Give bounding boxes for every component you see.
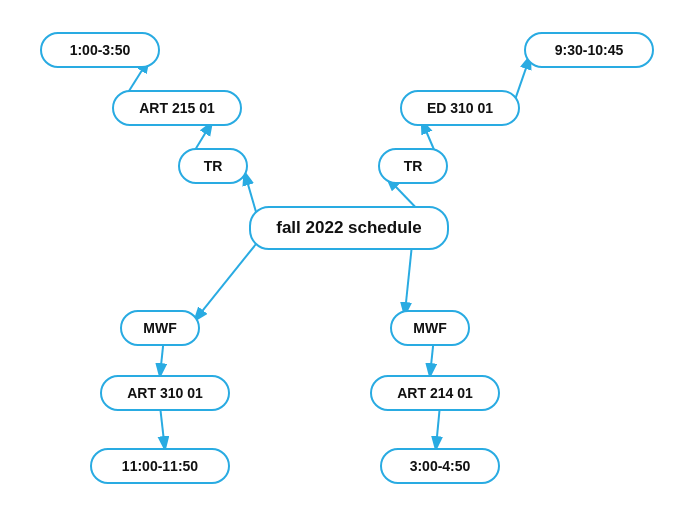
svg-line-10 — [430, 346, 433, 375]
svg-line-8 — [160, 346, 163, 375]
node-mwf_right: MWF — [390, 310, 470, 346]
node-tr_left: TR — [178, 148, 248, 184]
svg-line-6 — [195, 238, 260, 319]
diagram: fall 2022 scheduleTRTRART 215 01ED 310 0… — [0, 0, 696, 520]
arrows-svg — [0, 0, 696, 520]
svg-line-5 — [515, 57, 530, 100]
node-mwf_left: MWF — [120, 310, 200, 346]
node-time_3: 11:00-11:50 — [90, 448, 230, 484]
node-tr_right: TR — [378, 148, 448, 184]
node-time_4: 3:00-4:50 — [380, 448, 500, 484]
svg-line-9 — [161, 411, 165, 448]
svg-line-11 — [436, 411, 440, 448]
node-ed310: ED 310 01 — [400, 90, 520, 126]
node-time_2: 9:30-10:45 — [524, 32, 654, 68]
node-time_1: 1:00-3:50 — [40, 32, 160, 68]
svg-line-7 — [405, 245, 412, 314]
svg-line-2 — [195, 123, 212, 150]
node-art214: ART 214 01 — [370, 375, 500, 411]
node-center: fall 2022 schedule — [249, 206, 449, 250]
node-art310: ART 310 01 — [100, 375, 230, 411]
node-art215: ART 215 01 — [112, 90, 242, 126]
